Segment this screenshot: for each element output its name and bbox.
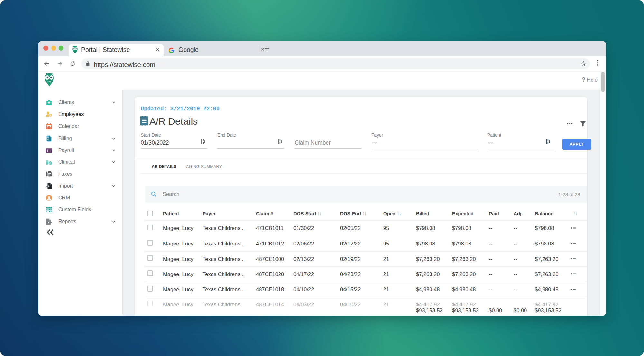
svg-text:$: $	[47, 138, 49, 141]
svg-text:$: $	[47, 149, 48, 152]
